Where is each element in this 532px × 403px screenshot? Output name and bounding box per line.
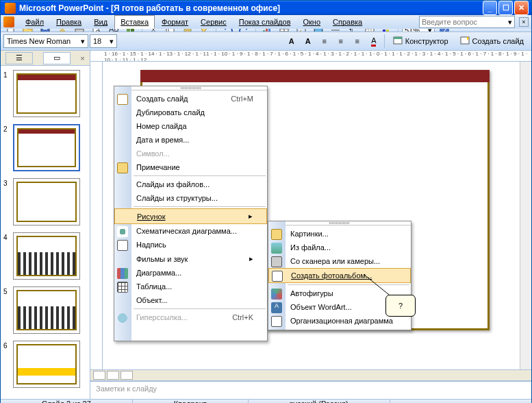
menu-duplicate-slide[interactable]: Дублировать слайд	[114, 106, 267, 119]
thumbnail-list[interactable]: 1 2 3 4 5 6	[1, 66, 90, 399]
menu-diagram[interactable]: Схематическая диаграмма...	[114, 224, 267, 238]
vertical-scrollbar[interactable]	[520, 62, 531, 369]
status-slide: Слайд 2 из 27	[1, 400, 133, 403]
decrease-font-button[interactable]: A	[301, 34, 316, 49]
align-right-button[interactable]: ≡	[350, 34, 365, 49]
title-bar: Microsoft PowerPoint - [Я готов работать…	[1, 1, 531, 15]
menu-insert[interactable]: Вставка	[114, 15, 155, 29]
separator	[384, 34, 385, 48]
submenu-from-file[interactable]: Из файла...	[268, 241, 411, 254]
svg-rect-36	[394, 37, 402, 39]
menu-textbox[interactable]: Надпись	[114, 238, 267, 252]
menu-slideshow[interactable]: Показ слайдов	[233, 16, 296, 28]
menu-tools[interactable]: Сервис	[195, 16, 232, 28]
formatting-toolbar: Times New Roman▾ 18▾ A A ≡ ≡ ≡ A Констру…	[1, 32, 531, 51]
ask-question-box[interactable]: Введите вопрос ▾	[419, 16, 515, 28]
menu-movies-sound[interactable]: Фильмы и звук▸	[114, 252, 267, 266]
view-buttons	[90, 369, 531, 381]
arrow-right-icon: ▸	[249, 254, 253, 263]
window-title: Microsoft PowerPoint - [Я готов работать…	[19, 3, 483, 13]
menu-window[interactable]: Окно	[298, 16, 327, 28]
chevron-down-icon: ▾	[508, 18, 512, 27]
thumbnail-item[interactable]: 6	[3, 341, 87, 388]
work-area: ☰ ▭ × 1 2 3 4 5 6 1 · 16 · 1 · 15 · 1 · …	[1, 51, 531, 399]
menu-symbol: Символ...	[114, 147, 267, 160]
thumbnail-item[interactable]: 2	[3, 124, 87, 171]
outline-tab[interactable]: ☰	[5, 52, 33, 64]
horizontal-ruler: 1 · 16 · 1 · 15 · 1 · 14 · 1 · 13 · 1 · …	[90, 51, 531, 62]
close-button[interactable]: ✕	[514, 1, 529, 15]
menu-format[interactable]: Формат	[156, 16, 194, 28]
chevron-down-icon: ▾	[81, 37, 85, 46]
svg-rect-2	[43, 29, 47, 29]
slide-design-button[interactable]: Конструктор	[388, 34, 453, 49]
status-language: русский (Россия)	[249, 400, 390, 403]
menu-grip[interactable]	[114, 86, 267, 90]
font-name-combo[interactable]: Times New Roman▾	[3, 34, 88, 48]
slides-tab[interactable]: ▭	[43, 52, 71, 64]
increase-font-button[interactable]: A	[284, 34, 299, 49]
align-center-button[interactable]: ≡	[333, 34, 349, 49]
menu-bar: Файл Правка Вид Вставка Формат Сервис По…	[1, 15, 531, 29]
menu-picture[interactable]: Рисунок▸	[114, 208, 267, 224]
slide-panel: ☰ ▭ × 1 2 3 4 5 6	[1, 51, 90, 399]
thumbnail-item[interactable]: 5	[3, 286, 87, 334]
align-left-button[interactable]: ≡	[317, 34, 332, 49]
menu-new-slide[interactable]: Создать слайдCtrl+M	[114, 92, 267, 106]
mdi-buttons: ×	[519, 17, 529, 27]
status-template: Квадрант	[133, 400, 249, 403]
minimize-button[interactable]: _	[483, 1, 497, 15]
submenu-scanner[interactable]: Со сканера или камеры...	[268, 254, 411, 268]
slide-header-bar	[140, 70, 490, 82]
menu-edit[interactable]: Правка	[51, 16, 87, 28]
thumbnail-item[interactable]: 1	[3, 70, 87, 117]
window-buttons: _ ☐ ✕	[483, 1, 529, 15]
app-window: Microsoft PowerPoint - [Я готов работать…	[0, 0, 532, 403]
slideshow-view-button[interactable]	[121, 371, 133, 380]
menu-slide-number[interactable]: Номер слайда	[114, 119, 267, 133]
status-bar: Слайд 2 из 27 Квадрант русский (Россия)	[1, 399, 531, 403]
panel-close-button[interactable]: ×	[80, 54, 84, 62]
menu-table[interactable]: Таблица...	[114, 280, 267, 293]
menu-slides-from-files[interactable]: Слайды из файлов...	[114, 178, 267, 191]
vertical-ruler	[90, 62, 103, 369]
mdi-close-button[interactable]: ×	[519, 17, 529, 27]
sorter-view-button[interactable]	[107, 371, 119, 380]
menu-chart[interactable]: Диаграмма...	[114, 266, 267, 280]
menu-comment[interactable]: Примечание	[114, 160, 267, 174]
new-slide-button[interactable]: Создать слайд	[455, 34, 529, 49]
help-callout: ?	[385, 295, 416, 317]
chevron-down-icon: ▾	[110, 37, 114, 46]
maximize-button[interactable]: ☐	[498, 1, 513, 15]
notes-pane[interactable]: Заметки к слайду	[90, 381, 531, 399]
menu-date-time[interactable]: Дата и время...	[114, 133, 267, 147]
font-color-button[interactable]: A	[366, 34, 381, 49]
svg-point-3	[60, 29, 64, 30]
menu-slides-from-outline[interactable]: Слайды из структуры...	[114, 191, 267, 205]
ask-placeholder: Введите вопрос	[422, 18, 477, 26]
app-menu-icon[interactable]	[3, 16, 14, 27]
submenu-clipart[interactable]: Картинки...	[268, 227, 411, 241]
thumbnail-item[interactable]: 4	[3, 232, 87, 280]
normal-view-button[interactable]	[93, 371, 105, 380]
menu-grip[interactable]	[268, 221, 411, 225]
menu-view[interactable]: Вид	[88, 16, 113, 28]
menu-file[interactable]: Файл	[20, 16, 49, 28]
menu-help[interactable]: Справка	[327, 16, 368, 28]
svg-line-38	[364, 274, 392, 297]
panel-tabs: ☰ ▭ ×	[1, 51, 90, 66]
insert-menu-dropdown: Создать слайдCtrl+M Дублировать слайд Но…	[114, 86, 268, 341]
app-icon	[5, 3, 16, 14]
menu-object[interactable]: Объект...	[114, 293, 267, 307]
font-size-combo[interactable]: 18▾	[90, 34, 117, 48]
menu-hyperlink: Гиперссылка...Ctrl+K	[114, 310, 267, 324]
thumbnail-item[interactable]: 3	[3, 178, 87, 225]
arrow-right-icon: ▸	[249, 212, 253, 221]
